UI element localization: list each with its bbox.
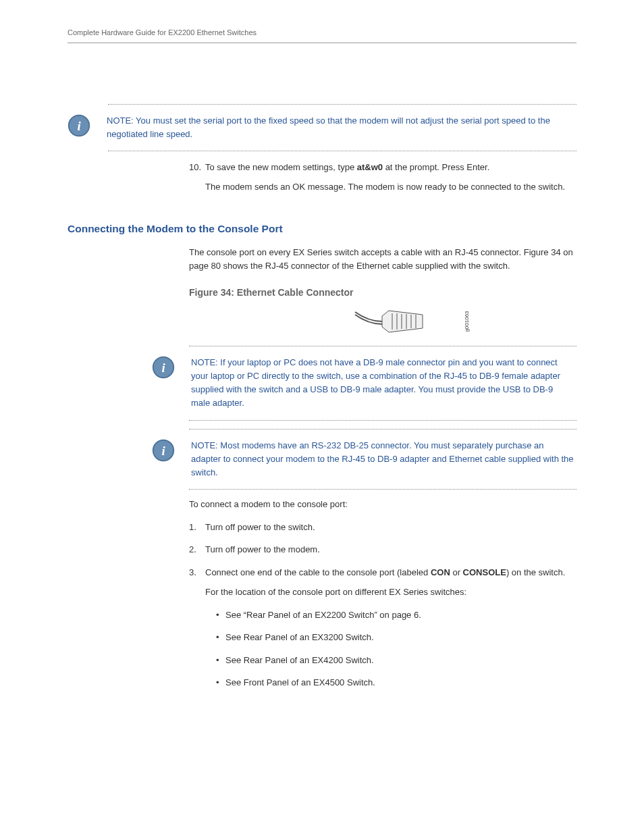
- result-text: The modem sends an OK message. The modem…: [205, 180, 576, 194]
- bullet-item: •See “Rear Panel of an EX2200 Switch” on…: [216, 608, 576, 622]
- bullet-dot-icon: •: [216, 608, 225, 622]
- section-heading: Connecting the Modem to the Console Port: [68, 221, 576, 236]
- sub-text: For the location of the console port on …: [205, 585, 576, 599]
- ol-body: Turn off power to the modem.: [205, 543, 576, 556]
- ol-body: To save the new modem settings, type at&…: [205, 161, 576, 201]
- figure-code: g001063: [463, 311, 471, 332]
- step-text: at the prompt. Press Enter.: [383, 162, 489, 172]
- section-body: The console port on every EX Series swit…: [189, 246, 576, 698]
- bullet-text: See Rear Panel of an EX3200 Switch.: [225, 631, 374, 644]
- header-divider: [68, 43, 576, 43]
- ol-number: 1.: [189, 521, 205, 534]
- bullet-item: •See Rear Panel of an EX4200 Switch.: [216, 654, 576, 667]
- note-block-3: i NOTE: Most modems have an RS-232 DB-25…: [189, 429, 576, 490]
- dotted-divider: [189, 429, 576, 429]
- command-text: at&w0: [357, 162, 383, 172]
- bullet-text: See Rear Panel of an EX4200 Switch.: [225, 654, 374, 667]
- label-console: CONSOLE: [463, 567, 506, 577]
- info-icon: i: [152, 439, 175, 462]
- note-label: NOTE:: [191, 357, 218, 367]
- note-label: NOTE:: [107, 115, 134, 126]
- list-item: 1. Turn off power to the switch.: [189, 521, 576, 534]
- dotted-divider: [189, 420, 576, 421]
- step-text: Connect one end of the cable to the cons…: [205, 567, 431, 577]
- note-body-text: If your laptop or PC does not have a DB-…: [191, 357, 560, 408]
- note-block-1: i NOTE: You must set the serial port to …: [68, 104, 576, 151]
- bullet-item: •See Front Panel of an EX4500 Switch.: [216, 676, 576, 689]
- figure-caption: Figure 34: Ethernet Cable Connector: [189, 286, 576, 300]
- bullet-dot-icon: •: [216, 676, 225, 689]
- step-text: ) on the switch.: [506, 567, 565, 577]
- note-text: NOTE: If your laptop or PC does not have…: [191, 356, 576, 411]
- note-label: NOTE:: [191, 440, 218, 450]
- svg-text:i: i: [77, 118, 81, 132]
- dotted-divider: [189, 489, 576, 490]
- ol-body: Turn off power to the switch.: [205, 521, 576, 534]
- bullet-list: •See “Rear Panel of an EX2200 Switch” on…: [216, 608, 576, 689]
- ol-body: Connect one end of the cable to the cons…: [205, 566, 576, 699]
- lead-in: To connect a modem to the console port:: [189, 498, 576, 511]
- ol-number: 3.: [189, 566, 205, 699]
- dotted-divider: [108, 151, 576, 151]
- note-body-text: You must set the serial port to the fixe…: [107, 115, 550, 139]
- list-item: 2. Turn off power to the modem.: [189, 543, 576, 556]
- intro-paragraph: The console port on every EX Series swit…: [189, 246, 576, 272]
- step-text: or: [450, 567, 463, 577]
- running-header: Complete Hardware Guide for EX2200 Ether…: [68, 27, 576, 43]
- bullet-item: •See Rear Panel of an EX3200 Switch.: [216, 631, 576, 644]
- bullet-dot-icon: •: [216, 631, 225, 644]
- bullet-dot-icon: •: [216, 654, 225, 667]
- info-icon: i: [68, 114, 90, 137]
- ol-number: 2.: [189, 543, 205, 556]
- svg-text:i: i: [161, 361, 165, 375]
- step-text: To save the new modem settings, type: [205, 162, 357, 172]
- info-icon: i: [152, 356, 175, 379]
- step-10: 10. To save the new modem settings, type…: [189, 161, 576, 201]
- note-block-2: i NOTE: If your laptop or PC does not ha…: [189, 346, 576, 421]
- dotted-divider: [189, 346, 576, 346]
- note-text: NOTE: You must set the serial port to th…: [107, 114, 576, 141]
- note-text: NOTE: Most modems have an RS-232 DB-25 c…: [191, 439, 576, 479]
- svg-text:i: i: [161, 443, 165, 457]
- bullet-text: See Front Panel of an EX4500 Switch.: [225, 676, 375, 689]
- note-body-text: Most modems have an RS-232 DB-25 connect…: [191, 440, 574, 477]
- figure-image: g001063: [250, 305, 576, 338]
- ethernet-connector-icon: [348, 305, 436, 338]
- list-item: 3. Connect one end of the cable to the c…: [189, 566, 576, 699]
- dotted-divider: [108, 104, 576, 105]
- bullet-text: See “Rear Panel of an EX2200 Switch” on …: [225, 608, 421, 622]
- page-container: Complete Hardware Guide for EX2200 Ether…: [0, 0, 644, 834]
- label-con: CON: [431, 567, 450, 577]
- svg-marker-2: [382, 311, 423, 332]
- ol-number: 10.: [189, 161, 205, 201]
